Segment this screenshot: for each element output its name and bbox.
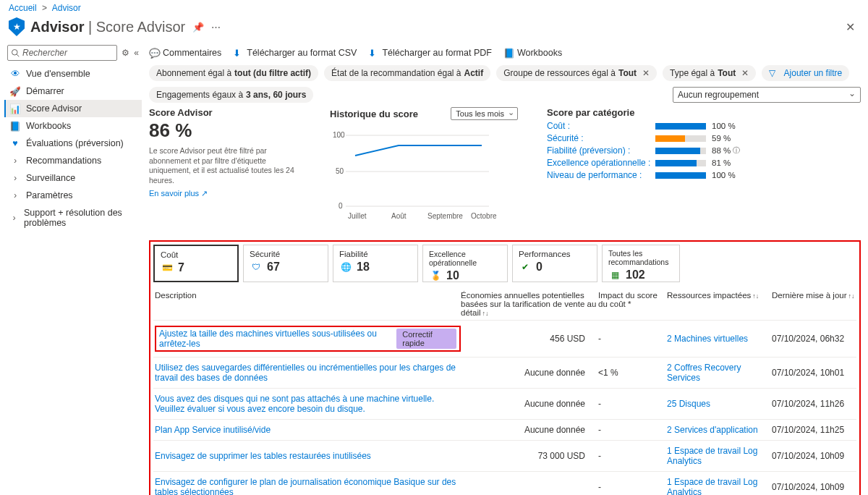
cell-savings: 456 USD	[461, 334, 598, 344]
page-header: ★ Advisor | Score Advisor 📌 ⋯ ✕	[0, 16, 868, 42]
table-row[interactable]: Envisagez de supprimer les tables restau…	[153, 441, 856, 472]
tile-security[interactable]: Sécurité 🛡67	[243, 245, 328, 282]
sidebar-item-support[interactable]: ›Support + résolution des problèmes	[4, 204, 142, 232]
tile-all[interactable]: Toutes les recommandations ▦102	[602, 245, 680, 282]
sidebar-item-score-advisor[interactable]: 📊Score Advisor	[4, 100, 142, 117]
recommendation-link[interactable]: Utilisez des sauvegardes différentielles…	[155, 363, 456, 383]
cell-impact: <1 %	[598, 368, 667, 378]
category-label[interactable]: Sécurité :	[547, 133, 655, 143]
history-range-select[interactable]: Tous les mois	[451, 107, 518, 120]
category-row: Coût :100 %	[547, 121, 861, 131]
category-row: Excellence opérationnelle :81 %	[547, 158, 861, 168]
sidebar: Rechercher ⚙ « 👁Vue d'ensemble 🚀Démarrer…	[0, 42, 142, 495]
category-row: Fiabilité (préversion) :88 %ⓘ	[547, 145, 861, 156]
more-icon[interactable]: ⋯	[211, 22, 221, 33]
table-row[interactable]: Vous avez des disques qui ne sont pas at…	[153, 389, 856, 420]
category-pct: 81 %	[712, 158, 731, 167]
grouping-select-wrap: Aucun regroupement	[673, 87, 861, 103]
pin-icon[interactable]: 📌	[192, 22, 204, 33]
toolbar-workbooks[interactable]: 📘Workbooks	[503, 48, 562, 58]
bar	[655, 135, 706, 142]
tile-operational[interactable]: Excellence opérationnelle 🏅10	[422, 245, 508, 282]
recommendation-link[interactable]: Envisagez de configurer le plan de journ…	[155, 477, 456, 495]
close-icon[interactable]: ✕	[741, 68, 749, 78]
rocket-icon: 🚀	[10, 86, 20, 96]
col-description[interactable]: Description	[155, 291, 461, 317]
cell-impact: -	[598, 334, 667, 344]
search-input[interactable]: Rechercher	[7, 45, 117, 61]
sidebar-item-workbooks[interactable]: 📘Workbooks	[4, 117, 142, 135]
history-chart: 100 50 0 Juillet Août Septembre Octobre	[330, 123, 496, 224]
info-icon[interactable]: ⓘ	[733, 145, 740, 156]
toolbar-download-pdf[interactable]: ⬇Télécharger au format PDF	[368, 48, 491, 58]
recommendation-link[interactable]: Vous avez des disques qui ne sont pas at…	[155, 394, 434, 414]
filter-resource-group[interactable]: Groupe de ressources égal à Tout✕	[496, 65, 657, 81]
table-row[interactable]: Plan App Service inutilisé/videAucune do…	[153, 420, 856, 441]
sidebar-item-recommendations[interactable]: ›Recommandations	[4, 152, 142, 169]
resources-link[interactable]: 1 Espace de travail Log Analytics	[667, 446, 757, 466]
recommendation-link[interactable]: Envisagez de supprimer les tables restau…	[155, 451, 371, 461]
category-label[interactable]: Coût :	[547, 121, 655, 131]
recommendation-link[interactable]: Ajustez la taille des machines virtuelle…	[159, 329, 391, 349]
score-title: Score Advisor	[149, 107, 301, 118]
resources-link[interactable]: 2 Services d'application	[667, 425, 758, 435]
search-icon	[11, 48, 20, 57]
cell-savings: Aucune donnée	[461, 368, 598, 378]
filter-icon: ▽	[769, 68, 775, 78]
filter-state[interactable]: État de la recommandation égal à Actif	[324, 65, 490, 81]
sidebar-settings-icon[interactable]: ⚙	[122, 48, 129, 58]
cell-impact: -	[598, 425, 667, 435]
history-block: Historique du score Tous les mois 100 50…	[330, 107, 518, 224]
toolbar-download-csv[interactable]: ⬇Télécharger au format CSV	[233, 48, 357, 58]
category-label[interactable]: Fiabilité (préversion) :	[547, 145, 655, 156]
resources-link[interactable]: 2 Coffres Recovery Services	[667, 363, 741, 383]
crumb-advisor[interactable]: Advisor	[52, 3, 81, 13]
filter-type[interactable]: Type égal à Tout✕	[663, 65, 756, 81]
medal-icon: 🏅	[429, 269, 442, 282]
tile-performance[interactable]: Performances ✔0	[512, 245, 597, 282]
sidebar-item-overview[interactable]: 👁Vue d'ensemble	[4, 65, 142, 82]
sidebar-item-start[interactable]: 🚀Démarrer	[4, 82, 142, 100]
table-row[interactable]: Utilisez des sauvegardes différentielles…	[153, 358, 856, 389]
svg-text:0: 0	[339, 202, 343, 210]
svg-text:100: 100	[333, 131, 345, 139]
category-label[interactable]: Niveau de performance :	[547, 170, 655, 180]
grouping-select[interactable]: Aucun regroupement	[673, 87, 861, 103]
crumb-home[interactable]: Accueil	[9, 3, 37, 13]
col-savings[interactable]: Économies annuelles potentielles basées …	[461, 291, 598, 317]
chevron-right-icon: ›	[10, 173, 20, 183]
svg-text:Juillet: Juillet	[348, 212, 367, 220]
add-filter[interactable]: ▽ Ajouter un filtre	[762, 65, 849, 81]
resources-link[interactable]: 25 Disques	[667, 399, 710, 409]
highlighted-recommendation: Ajustez la taille des machines virtuelle…	[155, 326, 461, 352]
quick-fix-badge: Correctif rapide	[396, 329, 456, 349]
col-lastupdate[interactable]: Dernière mise à jour↑↓	[772, 291, 855, 317]
resources-link[interactable]: 1 Espace de travail Log Analytics	[667, 477, 757, 495]
sort-icon: ↑↓	[482, 310, 489, 317]
tile-reliability[interactable]: Fiabilité 🌐18	[333, 245, 418, 282]
sidebar-item-surveillance[interactable]: ›Surveillance	[4, 169, 142, 187]
table-header: Description Économies annuelles potentie…	[153, 288, 856, 321]
category-label[interactable]: Excellence opérationnelle :	[547, 158, 655, 168]
sidebar-item-parameters[interactable]: ›Paramètres	[4, 187, 142, 204]
svg-line-1	[17, 54, 19, 56]
table-row[interactable]: Ajustez la taille des machines virtuelle…	[153, 321, 856, 358]
learn-more-link[interactable]: En savoir plus ↗	[149, 189, 208, 198]
table-row[interactable]: Envisagez de configurer le plan de journ…	[153, 472, 856, 495]
collapse-sidebar-icon[interactable]: «	[134, 48, 139, 58]
resources-link[interactable]: 2 Machines virtuelles	[667, 334, 748, 344]
cell-impact: -	[598, 399, 667, 409]
col-impact[interactable]: Impact du score du coût *	[598, 291, 667, 317]
cell-date: 07/10/2024, 10h09	[772, 451, 855, 461]
filter-subscription[interactable]: Abonnement égal à tout (du filtre actif)	[149, 65, 318, 81]
toolbar-comments[interactable]: 💬Commentaires	[149, 48, 221, 58]
close-icon[interactable]: ✕	[642, 68, 650, 78]
tile-cost[interactable]: Coût 💳7	[153, 245, 239, 282]
col-resources[interactable]: Ressources impactées↑↓	[667, 291, 772, 317]
close-icon[interactable]: ✕	[846, 20, 859, 34]
recommendation-link[interactable]: Plan App Service inutilisé/vide	[155, 425, 271, 435]
category-row: Niveau de performance :100 %	[547, 170, 861, 180]
shield-icon: 🛡	[250, 261, 263, 274]
filter-commitments[interactable]: Engagements égaux à 3 ans, 60 jours	[149, 87, 313, 103]
sidebar-item-evaluations[interactable]: ♥Évaluations (préversion)	[4, 135, 142, 152]
